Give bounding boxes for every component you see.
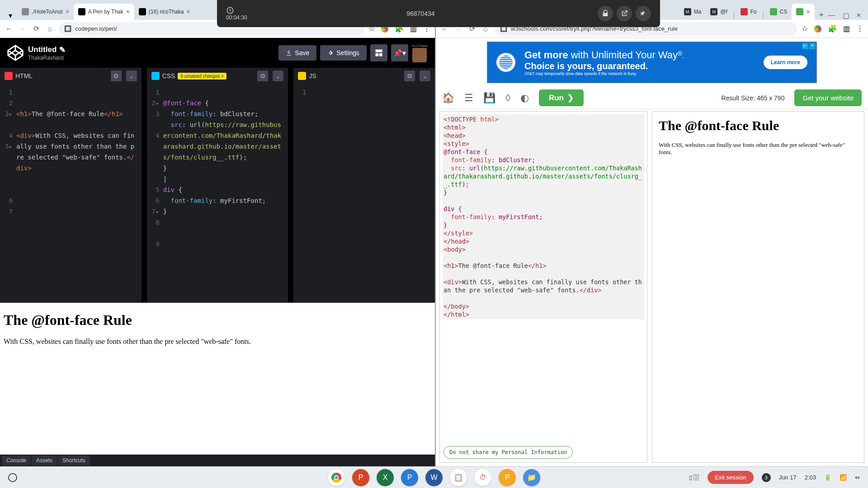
tab-codepen[interactable]: A Pen by Thak× bbox=[74, 4, 134, 20]
ad-headline-bold: Get more bbox=[524, 49, 568, 61]
notification-count[interactable]: 3 bbox=[762, 473, 771, 482]
css-editor: CSS 6 unsaved changes × ⚙ ⌄ 12▸34567▸89 … bbox=[147, 68, 294, 303]
chevron-down-icon[interactable]: ⌄ bbox=[126, 70, 137, 81]
user-name: ricoThaka bbox=[412, 44, 428, 48]
ad-subhead: Choice is yours, guaranteed. bbox=[524, 61, 764, 71]
menu-icon[interactable]: ⋮ bbox=[856, 24, 863, 33]
user-menu[interactable]: ricoThaka bbox=[412, 44, 428, 62]
settings-button[interactable]: Settings bbox=[320, 45, 367, 61]
timer-icon[interactable]: ⏱ bbox=[474, 469, 491, 486]
html-gutter: 123▸45▸67 bbox=[0, 84, 16, 303]
app-p-icon[interactable]: P bbox=[499, 469, 516, 486]
wifi-icon[interactable]: 📶 bbox=[840, 474, 847, 481]
run-button[interactable]: Run❯ bbox=[539, 89, 584, 106]
tab-assets[interactable]: Assets bbox=[32, 455, 57, 465]
editor-settings-icon[interactable]: ⚙ bbox=[257, 70, 268, 81]
w3-code-editor[interactable]: <!DOCTYPE html> <html> <head> <style> @f… bbox=[439, 111, 647, 463]
js-code-area[interactable]: 1 bbox=[293, 84, 435, 303]
tab-shortcuts[interactable]: Shortcuts bbox=[58, 455, 90, 465]
js-editor: JS ⚙ ⌄ 1 bbox=[293, 68, 435, 303]
w3-toolbar: 🏠 ☰ 💾 ◊ ◐ Run❯ Result Size: 465 x 790 Ge… bbox=[436, 87, 868, 109]
tab-w3[interactable]: × bbox=[792, 4, 814, 20]
layout-button[interactable] bbox=[370, 44, 387, 61]
url-text: codepen.io/pen/ bbox=[75, 25, 117, 32]
tabs-dropdown[interactable]: ▾ bbox=[4, 11, 17, 20]
word-icon[interactable]: W bbox=[425, 469, 443, 486]
site-info-icon[interactable]: 🔲 bbox=[64, 25, 71, 32]
launcher-button[interactable] bbox=[8, 473, 17, 482]
reload-icon[interactable]: ⟳ bbox=[32, 24, 41, 33]
save-label: Save bbox=[295, 49, 309, 56]
close-icon[interactable]: × bbox=[186, 8, 190, 15]
tab-hole[interactable]: ./HoleToAnot× bbox=[17, 4, 74, 20]
powerpoint-icon[interactable]: P bbox=[352, 469, 369, 486]
ad-info-icon[interactable]: ▷ bbox=[802, 43, 808, 49]
tab-console[interactable]: Console bbox=[2, 455, 31, 465]
codepen-logo bbox=[7, 45, 24, 61]
maximize-icon[interactable]: ▢ bbox=[843, 11, 849, 20]
js-label: JS bbox=[309, 72, 316, 80]
publisher-icon[interactable]: P bbox=[401, 469, 418, 486]
chrome-icon[interactable] bbox=[328, 469, 345, 486]
menu-icon[interactable]: ☰ bbox=[464, 92, 473, 104]
chevron-down-icon[interactable]: ⌄ bbox=[273, 70, 283, 81]
unsaved-badge: 6 unsaved changes × bbox=[178, 73, 226, 80]
back-icon[interactable]: ← bbox=[5, 24, 14, 33]
save-button[interactable]: Save bbox=[278, 45, 316, 61]
system-tray: ▯ ⿲ Exit session 3 Jun 17 2:03 🔋 📶 ⇔ bbox=[689, 471, 860, 484]
panel-icon[interactable]: ▥ bbox=[843, 24, 850, 33]
tab-cs[interactable]: CS bbox=[765, 4, 792, 20]
clipboard-icon[interactable]: 📋 bbox=[450, 469, 467, 486]
css-code-area[interactable]: 12▸34567▸89 @font-face { font-family: bd… bbox=[147, 84, 288, 303]
tab-m2[interactable]: M@f bbox=[706, 4, 732, 20]
forward-icon[interactable]: → bbox=[18, 24, 27, 33]
tab-fo[interactable]: Fo bbox=[736, 4, 761, 20]
close-icon[interactable]: × bbox=[806, 8, 810, 15]
tab-label: @f bbox=[720, 9, 727, 15]
lock-icon[interactable] bbox=[598, 6, 613, 21]
privacy-chip[interactable]: Do not share my Personal Information bbox=[443, 446, 573, 459]
css-label: CSS bbox=[162, 72, 175, 80]
edit-title-icon[interactable]: ✎ bbox=[59, 45, 66, 55]
battery-icon[interactable]: 🔋 bbox=[824, 474, 831, 481]
close-icon[interactable]: × bbox=[126, 8, 130, 15]
html-code-area[interactable]: 123▸45▸67 <h1>The @font-face Rule</h1><d… bbox=[0, 84, 142, 303]
close-icon[interactable]: × bbox=[66, 8, 69, 15]
pin-dropdown-button[interactable]: 📌▾ bbox=[391, 44, 408, 61]
html-label: HTML bbox=[15, 72, 33, 80]
pin-icon[interactable] bbox=[636, 6, 651, 21]
settings-label: Settings bbox=[336, 49, 359, 56]
home-icon[interactable]: ⌂ bbox=[45, 24, 54, 33]
att-logo bbox=[496, 53, 515, 72]
exit-session-button[interactable]: Exit session bbox=[708, 471, 753, 484]
ad-cta-button[interactable]: Learn more bbox=[764, 56, 807, 69]
chevron-down-icon[interactable]: ⌄ bbox=[420, 70, 430, 81]
tab-x[interactable]: (16) ricoThaka× bbox=[134, 4, 195, 20]
result-size: Result Size: 465 x 790 bbox=[721, 94, 784, 102]
star-icon[interactable]: ☆ bbox=[802, 24, 808, 33]
editor-settings-icon[interactable]: ⚙ bbox=[404, 70, 415, 81]
ad-banner[interactable]: Get more with Unlimited Your Way®. Choic… bbox=[487, 42, 817, 83]
minimize-icon[interactable]: — bbox=[828, 11, 835, 20]
tab-m1[interactable]: MMa bbox=[679, 4, 706, 20]
get-website-button[interactable]: Get your website bbox=[794, 89, 862, 106]
pen-author: ThakaRashard bbox=[28, 55, 66, 61]
close-window-icon[interactable]: × bbox=[857, 11, 861, 20]
extensions-icon[interactable]: 🧩 bbox=[828, 24, 837, 33]
expand-icon[interactable]: ⇔ bbox=[855, 474, 860, 481]
home-icon[interactable]: 🏠 bbox=[442, 92, 454, 104]
export-icon[interactable] bbox=[617, 6, 632, 21]
ext-icon[interactable] bbox=[814, 25, 821, 33]
js-gutter: 1 bbox=[293, 84, 310, 303]
new-tab-button[interactable]: + bbox=[815, 10, 828, 20]
save-icon[interactable]: 💾 bbox=[483, 92, 495, 104]
rotate-icon[interactable]: ◊ bbox=[505, 92, 510, 104]
session-timer: 00:04:30 bbox=[226, 14, 247, 21]
pages-icon[interactable]: ▯ ⿲ bbox=[689, 474, 700, 481]
editor-settings-icon[interactable]: ⚙ bbox=[111, 70, 122, 81]
theme-icon[interactable]: ◐ bbox=[520, 92, 529, 104]
html-icon bbox=[5, 72, 13, 80]
excel-icon[interactable]: X bbox=[377, 469, 394, 486]
files-icon[interactable]: 📁 bbox=[523, 469, 540, 486]
ad-close-icon[interactable]: × bbox=[809, 43, 816, 49]
